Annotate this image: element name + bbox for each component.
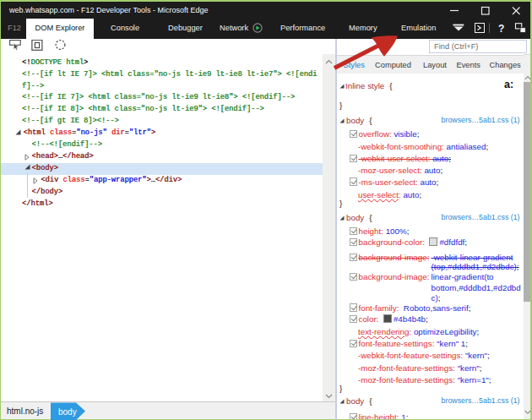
svg-text:body: body [58,407,77,417]
